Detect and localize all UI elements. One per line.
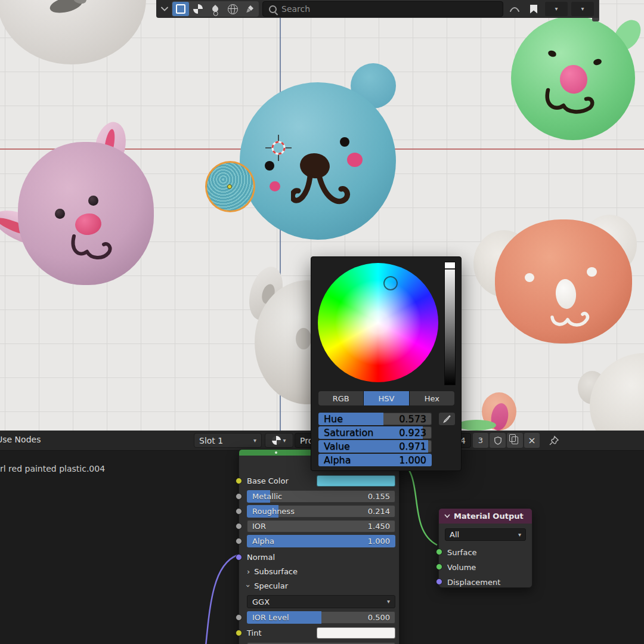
saturation-slider[interactable]: Saturation 0.923 (318, 426, 432, 439)
material-sphere-icon (272, 436, 281, 445)
chevron-down-icon: ▾ (283, 438, 286, 444)
principled-bsdf-node[interactable]: Base Color Metallic 0.155 Roughness 0.21… (239, 449, 400, 644)
surface-socket[interactable] (436, 549, 442, 555)
tab-hex[interactable]: Hex (410, 391, 454, 405)
chevron-down-icon: ▾ (518, 532, 521, 538)
surface-row: Surface (447, 546, 525, 559)
bunny-mouth (69, 231, 119, 262)
ior-level-socket[interactable] (236, 614, 242, 621)
droplet-icon (211, 5, 219, 13)
hue-slider[interactable]: Hue 0.573 (318, 413, 432, 425)
picker-alpha-slider[interactable]: Alpha 1.000 (318, 454, 432, 466)
orange-koala-eye-right (587, 267, 597, 277)
white-head-top-left[interactable] (0, 0, 146, 64)
bunny-eye-left (55, 209, 65, 219)
normal-row: Normal (247, 551, 395, 564)
pink-bunny-head[interactable] (0, 119, 167, 292)
ior-row: IOR 1.450 (247, 520, 395, 532)
tint-socket[interactable] (236, 630, 242, 636)
topbar: Search ▾ ▾ (156, 0, 599, 18)
value-bar-handle[interactable] (445, 262, 455, 270)
mode-icon-strip (172, 1, 259, 17)
tab-rgb[interactable]: RGB (318, 391, 363, 405)
value-slider[interactable]: Value 0.971 (318, 440, 432, 453)
falloff-curve-button[interactable] (507, 2, 522, 16)
volume-socket[interactable] (436, 564, 442, 570)
chevron-down-icon: ▾ (253, 438, 256, 444)
select-box-button[interactable] (172, 2, 189, 16)
alpha-row: Alpha 1.000 (318, 454, 432, 466)
ior-socket[interactable] (236, 523, 242, 530)
tint-swatch[interactable] (317, 627, 395, 639)
displacement-row: Displacement (447, 575, 525, 589)
output-target-dropdown[interactable]: All ▾ (445, 528, 526, 541)
koala-eye-right (340, 137, 349, 147)
metallic-slider[interactable]: Metallic 0.155 (247, 490, 395, 503)
roughness-slider[interactable]: Roughness 0.214 (247, 505, 395, 518)
tab-hsv[interactable]: HSV (364, 391, 408, 405)
dynamic-paint-button[interactable] (207, 2, 224, 16)
use-nodes-label[interactable]: Use Nodes (0, 435, 41, 444)
eyedropper-button[interactable] (439, 413, 455, 425)
value-bar[interactable] (444, 262, 456, 385)
green-bear-head[interactable] (510, 15, 644, 143)
base-color-socket[interactable] (236, 478, 242, 484)
volume-row: Volume (447, 561, 525, 574)
chevron-down-icon[interactable] (161, 7, 168, 11)
normal-socket[interactable] (236, 554, 242, 561)
base-color-swatch[interactable] (317, 475, 395, 487)
hue-row: Hue 0.573 (318, 413, 432, 425)
search-placeholder: Search (281, 4, 310, 14)
blue-koala-head[interactable] (197, 66, 400, 244)
specular-panel-row[interactable]: › Specular (247, 580, 395, 592)
chevron-down-icon: › (244, 584, 253, 587)
orange-koala-head[interactable] (477, 215, 644, 352)
fake-user-button[interactable] (490, 433, 506, 448)
new-material-button[interactable] (507, 433, 523, 448)
topbar-dropdown-2[interactable]: ▾ (571, 2, 594, 16)
material-browse-button[interactable]: ▾ (265, 433, 293, 448)
bookmark-icon (530, 5, 537, 14)
displacement-socket[interactable] (436, 578, 442, 585)
copy-icon (512, 436, 518, 444)
color-wheel-cursor[interactable] (383, 276, 398, 290)
material-slot-dropdown[interactable]: Slot 1 ▾ (194, 433, 262, 448)
material-output-node[interactable]: Material Output All ▾ Surface Volume Dis… (438, 508, 532, 588)
search-input[interactable]: Search (262, 1, 503, 17)
surface-wire (398, 460, 437, 545)
green-bear-mouth (543, 85, 610, 119)
material-sphere-icon (193, 4, 203, 14)
orange-koala-eye-left (525, 273, 534, 282)
subsurface-panel-row[interactable]: › Subsurface (247, 565, 395, 578)
ior-level-slider[interactable]: IOR Level 0.500 (247, 611, 395, 624)
pin-button[interactable] (546, 433, 562, 448)
roughness-socket[interactable] (236, 508, 242, 515)
blender-app-window: Search ▾ ▾ Use Nodes Slot 1 ▾ ▾ Proc (0, 0, 644, 644)
distribution-row: GGX ▾ (247, 595, 395, 608)
topbar-dropdown-1[interactable]: ▾ (545, 2, 568, 16)
koala-cheek-left (270, 181, 280, 191)
orange-koala-mouth (546, 303, 597, 330)
alpha-socket[interactable] (236, 538, 242, 544)
material-breadcrumb: rl red painted plastic.004 (0, 464, 105, 473)
chevron-down-icon: ▾ (387, 599, 390, 605)
alpha-slider[interactable]: Alpha 1.000 (247, 535, 395, 547)
cursor-3d (264, 134, 293, 162)
color-picker-popup: RGB HSV Hex Hue 0.573 Saturation 0.923 V… (311, 256, 462, 471)
material-preview-button[interactable] (190, 2, 206, 16)
hsv-color-wheel[interactable] (318, 263, 438, 382)
brush-button[interactable] (242, 2, 258, 16)
roughness-row: Roughness 0.214 (247, 505, 395, 518)
bookmark-button[interactable] (526, 2, 541, 16)
unlink-material-button[interactable]: × (524, 433, 540, 448)
metallic-socket[interactable] (236, 493, 242, 500)
users-count-button[interactable]: 3 (473, 433, 488, 448)
shield-icon (494, 436, 502, 445)
koala-nose-mouth (291, 149, 369, 221)
color-mode-tabs: RGB HSV Hex (318, 391, 454, 405)
ior-slider[interactable]: IOR 1.450 (247, 520, 395, 532)
close-icon: × (528, 435, 535, 446)
distribution-dropdown[interactable]: GGX ▾ (247, 595, 395, 608)
material-output-header[interactable]: Material Output (439, 509, 532, 524)
world-button[interactable] (224, 2, 241, 16)
